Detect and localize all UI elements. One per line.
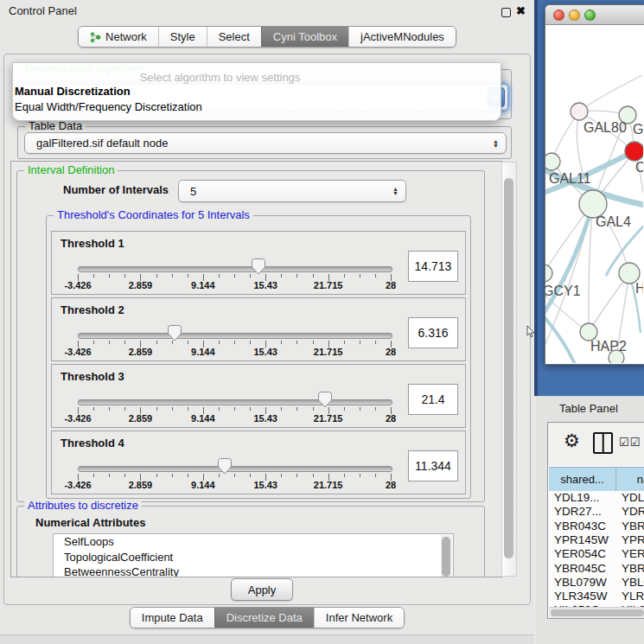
node-label: GAL4	[596, 214, 631, 229]
network-edge[interactable]	[589, 204, 593, 332]
apply-button[interactable]: Apply	[231, 578, 293, 601]
settings-scroll-area: Interval Definition Number of Intervals …	[10, 161, 502, 577]
list-item[interactable]: SelfLoops	[54, 534, 453, 550]
close-traffic-light-icon[interactable]	[553, 10, 564, 21]
tab-select[interactable]: Select	[207, 27, 261, 47]
table-row[interactable]: YPR145WYPR145W	[549, 533, 644, 547]
slider-thumb[interactable]	[168, 325, 182, 341]
table-panel: Table Panel ⚙ ☑☑ shared... name YDL19...…	[534, 396, 644, 644]
slider-track[interactable]	[78, 466, 392, 472]
attributes-group-title: Attributes to discretize	[24, 499, 142, 512]
popup-option-manual[interactable]: Manual Discretization	[13, 84, 501, 99]
slider-track[interactable]	[78, 333, 392, 339]
network-edge[interactable]	[581, 75, 642, 110]
scrollbar-thumb[interactable]	[504, 178, 513, 558]
zoom-traffic-light-icon[interactable]	[584, 10, 596, 21]
node-label: GAL80	[583, 120, 627, 135]
slider-scale-labels: -3.4262.8599.14415.4321.71528	[78, 480, 391, 490]
threshold-value-field[interactable]: 11.344	[408, 450, 458, 481]
tab-infer-network[interactable]: Infer Network	[314, 608, 404, 628]
table-row[interactable]: YBR045CYBR045C	[549, 562, 644, 576]
list-scrollbar[interactable]	[441, 535, 452, 577]
scrollbar-thumb[interactable]	[551, 609, 644, 616]
table-row[interactable]: YDR27...YDR27...	[549, 505, 644, 519]
network-node[interactable]	[545, 153, 560, 170]
numerical-attributes-label: Numerical Attributes	[35, 516, 145, 529]
num-intervals-combo[interactable]: 5 ▲▼	[178, 180, 406, 202]
threshold-value-field[interactable]: 6.316	[408, 317, 458, 348]
table-body: YDL19...YDL19...YDR27...YDR27...YBR043CY…	[549, 491, 644, 607]
network-edge[interactable]	[545, 204, 593, 321]
threshold-title: Threshold 2	[61, 303, 124, 316]
mouse-cursor	[526, 326, 535, 338]
close-icon[interactable]: ✖	[516, 4, 526, 17]
horizontal-scrollbar[interactable]	[549, 607, 644, 618]
thresholds-group-title: Threshold's Coordinates for 5 Intervals	[54, 208, 253, 221]
num-intervals-label: Number of Intervals	[63, 183, 169, 196]
network-node[interactable]	[571, 103, 588, 120]
slider-track[interactable]	[78, 399, 392, 405]
top-tab-bar: Network Style Select Cyni Toolbox jActiv…	[0, 26, 534, 48]
chevron-updown-icon: ▲▼	[493, 139, 506, 148]
tab-network[interactable]: Network	[79, 27, 158, 47]
network-window-titlebar[interactable]	[545, 5, 644, 25]
thresholds-group: Threshold's Coordinates for 5 Intervals …	[46, 215, 471, 499]
list-item[interactable]: TopologicalCoefficient	[54, 550, 453, 565]
threshold-panel: Threshold 3 -3.4262.8599.14415.4321.7152…	[51, 364, 466, 428]
scrollbar-thumb[interactable]	[442, 537, 450, 577]
minimize-traffic-light-icon[interactable]	[569, 10, 580, 21]
threshold-panel: Threshold 4 -3.4262.8599.14415.4321.7152…	[51, 430, 466, 494]
network-node[interactable]	[545, 265, 552, 282]
slider-scale-labels: -3.4262.8599.14415.4321.71528	[78, 347, 391, 357]
table-row[interactable]: YLR345WYLR345W	[549, 590, 644, 603]
node-label: G	[633, 122, 643, 137]
column-header-shared-name[interactable]: shared...	[549, 468, 616, 491]
slider-thumb[interactable]	[318, 392, 332, 408]
threshold-panel: Threshold 1 -3.4262.8599.14415.4321.7152…	[51, 231, 466, 295]
algorithm-popup: Select algorithm to view settings Manual…	[12, 62, 501, 121]
network-icon	[90, 31, 101, 43]
slider-thumb[interactable]	[218, 458, 232, 475]
popup-hint: Select algorithm to view settings	[13, 71, 501, 84]
column-header-name[interactable]: name	[616, 468, 644, 491]
tab-style[interactable]: Style	[158, 27, 207, 47]
chevron-updown-icon: ▲▼	[392, 187, 405, 195]
table-data-group-title: Table Data	[25, 119, 86, 132]
bottom-tab-bar: Impute Data Discretize Data Infer Networ…	[0, 607, 534, 628]
status-strip	[0, 634, 534, 644]
network-node[interactable]	[580, 323, 597, 341]
slider-thumb[interactable]	[252, 258, 265, 275]
slider-scale-labels: -3.4262.8599.14415.4321.71528	[78, 413, 391, 424]
table-data-combo[interactable]: galFiltered.sif default node ▲▼	[24, 132, 507, 154]
control-panel: Control Panel ✖ Network Style Select Cyn…	[0, 0, 534, 644]
control-panel-title: Control Panel	[9, 4, 77, 17]
table-toolbar: ⚙ ☑☑	[548, 423, 644, 466]
float-window-icon[interactable]	[501, 8, 511, 17]
vertical-scrollbar[interactable]	[501, 162, 517, 577]
node-label: HAP2	[590, 339, 627, 354]
settings-gear-icon[interactable]: ⚙	[564, 431, 580, 450]
select-columns-checkbox-icons[interactable]: ☑☑	[619, 436, 641, 449]
threshold-value-field[interactable]: 14.713	[408, 251, 458, 282]
tab-discretize-data[interactable]: Discretize Data	[214, 608, 314, 628]
network-window[interactable]: GAL80GCGAL11GAL4GCY1HHAP2	[545, 4, 644, 365]
table-row[interactable]: YER054CYER054C	[549, 547, 644, 561]
table-panel-title: Table Panel	[559, 402, 618, 415]
threshold-value-field[interactable]: 21.4	[408, 384, 458, 415]
popup-option-equal-width[interactable]: Equal Width/Frequency Discretization	[13, 99, 501, 115]
tab-impute-data[interactable]: Impute Data	[131, 608, 214, 628]
table-row[interactable]: YDL19...YDL19...	[549, 491, 644, 505]
attributes-list[interactable]: SelfLoopsTopologicalCoefficientBetweenne…	[53, 533, 454, 577]
tab-cyni-toolbox[interactable]: Cyni Toolbox	[261, 27, 348, 47]
table-row[interactable]: YBL079WYBL079W	[549, 576, 644, 590]
column-layout-icon[interactable]	[593, 432, 613, 454]
table-header-row: shared... name	[549, 467, 644, 492]
list-item[interactable]: BetweennessCentrality	[54, 564, 453, 577]
tab-jactivemnodules[interactable]: jActiveMNodules	[348, 27, 456, 47]
slider-track[interactable]	[78, 266, 392, 272]
network-node[interactable]	[625, 142, 643, 161]
network-canvas[interactable]: GAL80GCGAL11GAL4GCY1HHAP2	[545, 25, 643, 363]
node-label: GAL11	[549, 171, 591, 186]
node-label: C	[635, 160, 643, 175]
table-row[interactable]: YBR043CYBR043C	[549, 520, 644, 533]
